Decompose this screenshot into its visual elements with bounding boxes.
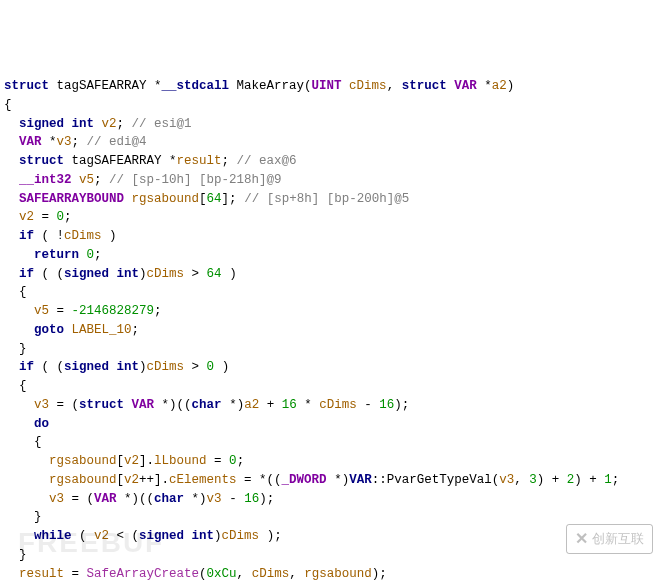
code-token: VAR	[132, 398, 155, 412]
code-token: *)	[327, 473, 350, 487]
code-token: }	[4, 342, 27, 356]
code-token: if	[19, 360, 34, 374]
code-token: 0	[207, 360, 215, 374]
code-token: 16	[282, 398, 297, 412]
code-line: }	[4, 546, 659, 565]
code-token: = (	[64, 492, 94, 506]
code-line: v3 = (struct VAR *)((char *)a2 + 16 * cD…	[4, 396, 659, 415]
code-token: ,	[289, 567, 304, 581]
code-token: *)	[184, 492, 207, 506]
code-token: // [sp+8h] [bp-200h]@5	[244, 192, 409, 206]
code-token: )	[139, 267, 147, 281]
code-token: cDims	[222, 529, 260, 543]
code-token	[4, 210, 19, 224]
code-token: )	[139, 360, 147, 374]
code-token: 0	[229, 454, 237, 468]
code-token	[4, 304, 34, 318]
code-token: *)((	[154, 398, 192, 412]
code-token: < (	[109, 529, 139, 543]
code-token: signed int	[19, 117, 94, 131]
code-token	[4, 529, 34, 543]
code-token: SafeArrayCreate	[87, 567, 200, 581]
code-line: rgsabound[v2++].cElements = *((_DWORD *)…	[4, 471, 659, 490]
code-token: struct	[79, 398, 124, 412]
code-token: );	[259, 529, 282, 543]
code-token: cElements	[169, 473, 237, 487]
code-token: = (	[49, 398, 79, 412]
code-token	[4, 360, 19, 374]
code-token: __int32	[19, 173, 72, 187]
code-token	[64, 323, 72, 337]
code-token: rgsabound	[49, 473, 117, 487]
code-token: signed int	[64, 360, 139, 374]
code-token: MakeArray(	[229, 79, 312, 93]
code-token: v2	[124, 454, 139, 468]
code-line: {	[4, 283, 659, 302]
code-token: +	[259, 398, 282, 412]
code-token: (	[72, 529, 95, 543]
code-token: _DWORD	[282, 473, 327, 487]
code-token: rgsabound	[49, 454, 117, 468]
code-token: char	[154, 492, 184, 506]
code-token: rgsabound	[132, 192, 200, 206]
code-token: 1	[604, 473, 612, 487]
code-token	[94, 117, 102, 131]
code-token	[124, 398, 132, 412]
code-token	[4, 267, 19, 281]
code-token: v2	[94, 529, 109, 543]
code-token: v5	[34, 304, 49, 318]
code-token: ].	[139, 454, 154, 468]
code-token: 64	[207, 267, 222, 281]
code-token: if	[19, 229, 34, 243]
code-token: (	[199, 567, 207, 581]
code-token: -2146828279	[72, 304, 155, 318]
code-token: // eax@6	[237, 154, 297, 168]
code-line: v3 = (VAR *)((char *)v3 - 16);	[4, 490, 659, 509]
code-token: signed int	[139, 529, 214, 543]
code-token: cDims	[147, 360, 185, 374]
code-token: ++].	[139, 473, 169, 487]
code-token: 3	[529, 473, 537, 487]
code-token	[4, 117, 19, 131]
code-token: }	[4, 510, 42, 524]
code-token: cDims	[349, 79, 387, 93]
code-token: v2	[124, 473, 139, 487]
code-token: );	[259, 492, 274, 506]
code-token: 64	[207, 192, 222, 206]
code-token: VAR	[349, 473, 372, 487]
code-token: cDims	[252, 567, 290, 581]
code-token: 0	[87, 248, 95, 262]
code-line: if ( (signed int)cDims > 64 )	[4, 265, 659, 284]
code-token: while	[34, 529, 72, 543]
code-token: cDims	[147, 267, 185, 281]
code-token	[4, 417, 34, 431]
code-token: *	[42, 135, 57, 149]
code-token: struct	[4, 79, 49, 93]
code-token	[4, 192, 19, 206]
code-token: // [sp-10h] [bp-218h]@9	[109, 173, 282, 187]
code-token	[72, 173, 80, 187]
code-token: >	[184, 267, 207, 281]
code-token	[124, 192, 132, 206]
code-line: result = SafeArrayCreate(0xCu, cDims, rg…	[4, 565, 659, 583]
code-token: );	[394, 398, 409, 412]
code-token: [	[117, 454, 125, 468]
code-token: v5	[79, 173, 94, 187]
decompiled-code-view: struct tagSAFEARRAY *__stdcall MakeArray…	[4, 77, 659, 582]
code-token: // esi@1	[132, 117, 192, 131]
code-line: v5 = -2146828279;	[4, 302, 659, 321]
code-token: ( (	[34, 267, 64, 281]
code-token: v3	[34, 398, 49, 412]
code-token	[4, 567, 19, 581]
code-token: lLbound	[154, 454, 207, 468]
code-token: ;	[94, 248, 102, 262]
code-line: goto LABEL_10;	[4, 321, 659, 340]
code-token: VAR	[454, 79, 477, 93]
code-token: *)	[222, 398, 245, 412]
code-token: ,	[387, 79, 402, 93]
code-token: {	[4, 379, 27, 393]
code-token	[4, 398, 34, 412]
code-token: ;	[132, 323, 140, 337]
code-token: ];	[222, 192, 245, 206]
code-token: __stdcall	[162, 79, 230, 93]
